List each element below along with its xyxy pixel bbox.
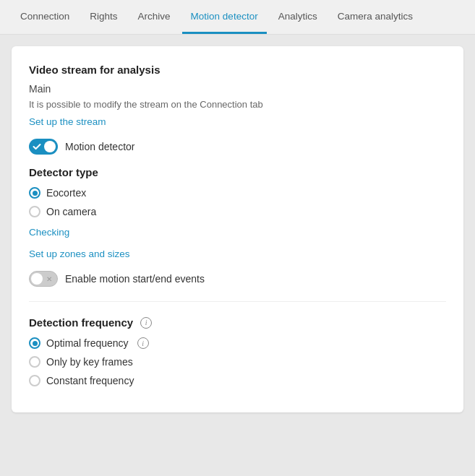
- radio-input-constant[interactable]: [29, 375, 40, 386]
- motion-detector-toggle-row: Motion detector: [29, 139, 446, 155]
- nav-item-motion-detector[interactable]: Motion detector: [182, 1, 267, 34]
- video-stream-title: Video stream for analysis: [29, 64, 446, 76]
- radio-label-on-camera: On camera: [46, 206, 96, 217]
- nav-item-connection[interactable]: Connection: [12, 1, 78, 34]
- section-divider: [29, 301, 446, 302]
- nav-bar: Connection Rights Archive Motion detecto…: [0, 0, 475, 35]
- stream-value: Main: [29, 83, 446, 95]
- stream-note: It is possible to modify the stream on t…: [29, 99, 446, 110]
- detection-frequency-title: Detection frequency: [29, 316, 133, 329]
- detector-type-title: Detector type: [29, 166, 446, 178]
- detection-frequency-header: Detection frequency i: [29, 316, 446, 329]
- settings-card: Video stream for analysis Main It is pos…: [12, 46, 463, 412]
- radio-label-constant: Constant frequency: [46, 375, 134, 386]
- enable-events-toggle-row: ✕ Enable motion start/end events: [29, 271, 446, 287]
- zones-link[interactable]: Set up zones and sizes: [29, 248, 130, 259]
- motion-detector-toggle[interactable]: [29, 139, 58, 155]
- checking-link[interactable]: Checking: [29, 227, 69, 238]
- motion-detector-label: Motion detector: [65, 141, 135, 152]
- radio-optimal[interactable]: Optimal frequency i: [29, 337, 446, 349]
- detection-frequency-radio-group: Optimal frequency i Only by key frames C…: [29, 337, 446, 386]
- nav-item-camera-analytics[interactable]: Camera analytics: [329, 1, 421, 34]
- toggle-x-icon: ✕: [44, 274, 54, 284]
- radio-key-frames[interactable]: Only by key frames: [29, 356, 446, 368]
- radio-eocortex[interactable]: Eocortex: [29, 187, 446, 199]
- radio-label-key-frames: Only by key frames: [46, 356, 133, 368]
- radio-input-eocortex[interactable]: [29, 187, 40, 199]
- optimal-frequency-info-icon[interactable]: i: [137, 337, 149, 349]
- radio-constant[interactable]: Constant frequency: [29, 375, 446, 386]
- radio-input-optimal[interactable]: [29, 337, 40, 349]
- radio-label-eocortex: Eocortex: [46, 187, 86, 199]
- enable-events-label: Enable motion start/end events: [65, 273, 205, 285]
- detection-frequency-info-icon[interactable]: i: [140, 317, 152, 329]
- enable-events-toggle[interactable]: ✕: [29, 271, 58, 287]
- radio-input-on-camera[interactable]: [29, 206, 40, 217]
- radio-on-camera[interactable]: On camera: [29, 206, 446, 217]
- nav-item-analytics[interactable]: Analytics: [270, 1, 326, 34]
- nav-item-rights[interactable]: Rights: [81, 1, 126, 34]
- radio-label-optimal: Optimal frequency: [46, 337, 129, 349]
- nav-item-archive[interactable]: Archive: [129, 1, 179, 34]
- radio-input-key-frames[interactable]: [29, 356, 40, 368]
- setup-stream-link[interactable]: Set up the stream: [29, 116, 106, 127]
- main-content: Video stream for analysis Main It is pos…: [0, 35, 475, 424]
- detector-type-radio-group: Eocortex On camera: [29, 187, 446, 217]
- toggle-check-icon: [32, 142, 42, 152]
